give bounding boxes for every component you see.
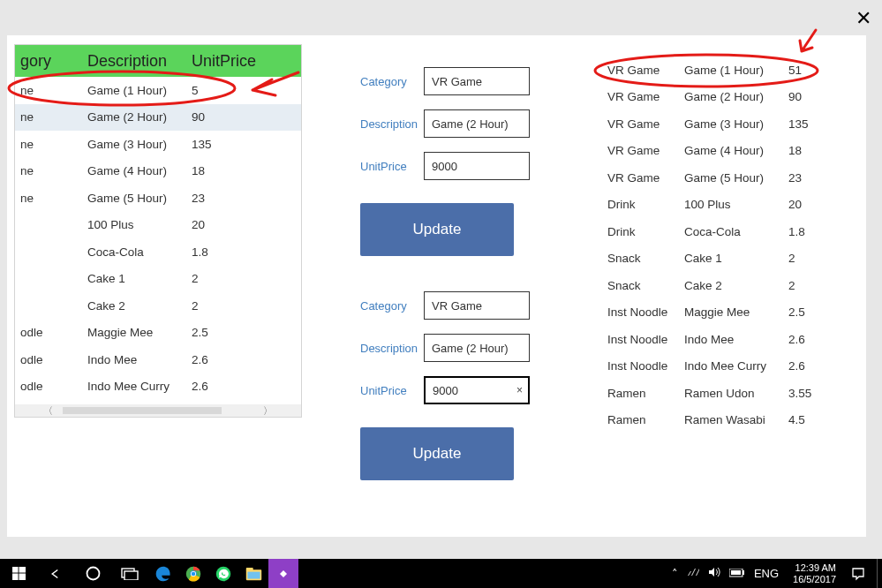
label-description-2: Description: [360, 342, 431, 355]
tray-language[interactable]: ENG: [754, 567, 779, 580]
update-button-1[interactable]: Update: [360, 203, 514, 256]
cell-category: Snack: [604, 252, 684, 265]
col-description[interactable]: Description: [87, 52, 192, 71]
category-input[interactable]: VR Game: [424, 67, 530, 95]
col-unitprice[interactable]: UnitPrice: [192, 52, 276, 71]
system-tray[interactable]: ˄ ENG: [665, 567, 786, 580]
cell-unitprice: 90: [788, 90, 831, 103]
cell-unitprice: 90: [192, 110, 276, 124]
cell-description: Game (4 Hour): [684, 144, 788, 157]
app-edge-icon[interactable]: [148, 559, 178, 588]
tray-battery-icon[interactable]: [729, 567, 745, 580]
cell-category: ne: [15, 110, 87, 124]
cell-description: Ramen Udon: [684, 387, 788, 400]
app-whatsapp-icon[interactable]: [208, 559, 238, 588]
table-row[interactable]: Cake 12: [15, 266, 301, 293]
label-unitprice-2: UnitPrice: [360, 384, 431, 397]
svg-rect-15: [245, 567, 253, 570]
svg-point-6: [87, 568, 99, 580]
table-row[interactable]: VR GameGame (3 Hour)135: [604, 110, 853, 138]
scroll-thumb[interactable]: [63, 407, 222, 414]
cell-unitprice: 2: [788, 252, 831, 265]
cortana-icon[interactable]: [74, 559, 111, 588]
table-row[interactable]: Inst NoodleIndo Mee2.6: [604, 326, 853, 353]
cell-description: Game (4 Hour): [87, 164, 192, 177]
svg-rect-3: [19, 567, 26, 573]
col-category[interactable]: gory: [15, 52, 87, 71]
cell-description: Game (2 Hour): [684, 90, 788, 103]
table-row[interactable]: DrinkCoca-Cola1.8: [604, 218, 853, 245]
update-button-2[interactable]: Update: [360, 427, 514, 480]
category-input-2[interactable]: VR Game: [424, 291, 530, 320]
show-desktop[interactable]: [877, 559, 882, 588]
table-row[interactable]: VR GameGame (1 Hour)51: [604, 57, 853, 84]
svg-point-12: [192, 571, 196, 576]
cell-category: ne: [15, 84, 87, 97]
cell-category: ne: [15, 164, 87, 177]
table-row[interactable]: Inst NoodleMaggie Mee2.5: [604, 299, 853, 327]
cell-category: Ramen: [604, 413, 684, 426]
table-row[interactable]: VR GameGame (4 Hour)18: [604, 138, 853, 165]
label-unitprice: UnitPrice: [360, 160, 431, 173]
table-row[interactable]: odleMaggie Mee2.5: [15, 320, 301, 347]
cell-description: Indo Mee Curry: [684, 359, 788, 373]
task-view-icon[interactable]: [111, 559, 148, 588]
table-row[interactable]: RamenRamen Udon3.55: [604, 380, 853, 407]
table-row[interactable]: neGame (5 Hour)23: [15, 185, 301, 212]
cell-category: odle: [15, 380, 87, 393]
form-1: Category VR Game Description Game (2 Hou…: [360, 60, 546, 256]
scroll-left-icon[interactable]: 〈: [43, 404, 53, 418]
taskbar-clock[interactable]: 12:39 AM 16/5/2017: [786, 562, 843, 584]
cell-category: Snack: [604, 279, 684, 292]
table-row[interactable]: 100 Plus20: [15, 212, 301, 239]
table-row[interactable]: Inst NoodleIndo Mee Curry2.6: [604, 353, 853, 381]
table-row[interactable]: neGame (3 Hour)135: [15, 131, 301, 158]
cell-unitprice: 2: [788, 279, 831, 292]
table-row[interactable]: odleIndo Mee Curry2.6: [15, 373, 301, 401]
windows-taskbar[interactable]: ˄ ENG 12:39 AM 16/5/2017: [0, 559, 882, 588]
table-row[interactable]: VR GameGame (2 Hour)90: [604, 84, 853, 111]
cell-unitprice: 2: [192, 272, 276, 285]
cell-description: Game (2 Hour): [87, 110, 192, 124]
app-anydesk-icon[interactable]: [268, 559, 298, 588]
tray-chevron-up-icon[interactable]: ˄: [672, 567, 678, 580]
cell-description: Coca-Cola: [684, 225, 788, 238]
close-button[interactable]: ✕: [856, 7, 871, 30]
table-row[interactable]: RamenRamen Wasabi4.5: [604, 407, 853, 428]
unitprice-input[interactable]: 9000: [424, 152, 530, 180]
clear-input-icon[interactable]: ×: [516, 384, 523, 396]
table-row[interactable]: Cake 22: [15, 292, 301, 320]
table-row[interactable]: odleIndo Mee2.6: [15, 346, 301, 373]
tray-network-icon[interactable]: [687, 567, 699, 580]
svg-rect-2: [12, 567, 19, 573]
table-row[interactable]: SnackCake 22: [604, 272, 853, 299]
tray-volume-icon[interactable]: [708, 567, 720, 580]
action-center-icon[interactable]: [843, 559, 873, 588]
right-grid-body[interactable]: VR GameGame (1 Hour)51VR GameGame (2 Hou…: [604, 57, 853, 427]
back-button[interactable]: [37, 559, 74, 588]
cell-category: VR Game: [604, 64, 684, 77]
left-grid-hscroll[interactable]: 〈 〉: [15, 404, 301, 417]
table-row[interactable]: VR GameGame (5 Hour)23: [604, 164, 853, 192]
scroll-right-icon[interactable]: 〉: [263, 404, 273, 418]
app-chrome-icon[interactable]: [178, 559, 208, 588]
table-row[interactable]: neGame (4 Hour)18: [15, 158, 301, 185]
table-row[interactable]: neGame (2 Hour)90: [15, 104, 301, 132]
cell-description: Indo Mee: [684, 333, 788, 346]
table-row[interactable]: neGame (1 Hour)5: [15, 77, 301, 104]
table-row[interactable]: SnackCake 12: [604, 245, 853, 273]
left-grid-body[interactable]: neGame (1 Hour)5neGame (2 Hour)90neGame …: [15, 77, 301, 405]
cell-category: VR Game: [604, 144, 684, 157]
unitprice-input-2[interactable]: 9000 ×: [424, 376, 530, 404]
forms-column: Category VR Game Description Game (2 Hou…: [360, 60, 546, 509]
description-input-2[interactable]: Game (2 Hour): [424, 334, 530, 362]
app-explorer-icon[interactable]: [238, 559, 268, 588]
table-row[interactable]: Coca-Cola1.8: [15, 238, 301, 266]
description-input[interactable]: Game (2 Hour): [424, 109, 530, 138]
table-row[interactable]: Drink100 Plus20: [604, 192, 853, 219]
start-button[interactable]: [0, 559, 37, 588]
cell-unitprice: 4.5: [788, 413, 831, 426]
cell-category: VR Game: [604, 90, 684, 103]
cell-description: Cake 1: [87, 272, 192, 285]
cell-description: Game (3 Hour): [684, 117, 788, 131]
